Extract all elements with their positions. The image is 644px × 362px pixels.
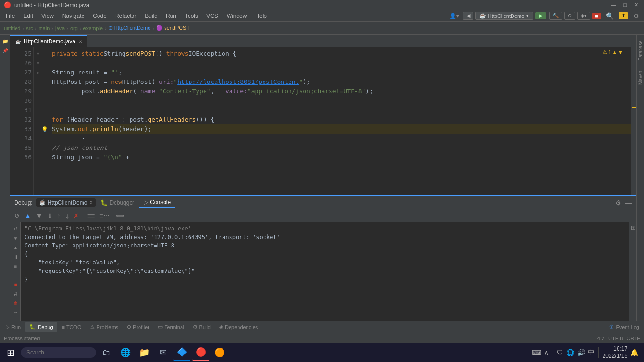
menu-build[interactable]: Build [141, 12, 161, 20]
menu-window[interactable]: Window [223, 12, 251, 20]
debug-step-out-button[interactable]: ⤵ [64, 211, 71, 221]
debug-stop-button[interactable]: ✗ [72, 211, 81, 221]
run-config-dropdown[interactable]: ☕ HttpClientDemo ▾ [475, 12, 534, 20]
menu-vcs[interactable]: VCS [203, 12, 222, 20]
breadcrumb-main[interactable]: main [39, 25, 50, 31]
layout-icon[interactable]: ⊞ [631, 224, 636, 231]
maven-panel-label[interactable]: Maven [637, 67, 644, 89]
menu-run[interactable]: Run [162, 12, 180, 20]
tray-chevron-icon[interactable]: ∧ [544, 349, 549, 356]
fold-32[interactable]: ▾ [34, 58, 41, 68]
tray-volume-icon[interactable]: 🔊 [577, 349, 585, 356]
cursor-position[interactable]: 4:2 [597, 336, 604, 341]
debug-print-icon[interactable]: 🖨 [11, 289, 20, 298]
close-button[interactable]: ✕ [632, 2, 640, 8]
debug-stop2-icon[interactable]: ■ [11, 280, 20, 288]
profile-button[interactable]: ◈▾ [577, 12, 590, 20]
menu-navigate[interactable]: Navigate [58, 12, 88, 20]
line-sep-indicator[interactable]: CRLF [627, 336, 640, 341]
menu-edit[interactable]: Edit [19, 12, 37, 20]
debug-tab-debugger[interactable]: 🐛 Debugger [96, 197, 139, 208]
debug-tab-console[interactable]: ▷ Console [139, 197, 175, 208]
bottom-tab-problems[interactable]: ⚠ Problems [86, 322, 122, 332]
bottom-tab-build[interactable]: ⚙ Build [189, 322, 215, 332]
warning-nav-up[interactable]: ▲ [612, 49, 617, 55]
menu-file[interactable]: File [2, 12, 18, 20]
debug-pause-button[interactable]: ▼ [34, 211, 44, 221]
taskbar-app-other[interactable]: 🟠 [211, 344, 228, 361]
taskbar-app-vscode[interactable]: 🔷 [173, 344, 190, 361]
tray-keyboard-icon[interactable]: ⌨ [532, 349, 541, 356]
database-panel-label[interactable]: Database [637, 37, 644, 65]
sidebar-bookmark-icon[interactable]: 📌 [1, 46, 9, 55]
editor-scrollbar[interactable] [631, 47, 636, 195]
fold-25[interactable]: ▾ [34, 49, 41, 58]
breadcrumb-src[interactable]: src [26, 25, 33, 31]
build-button[interactable]: 🔨 [549, 12, 562, 20]
bottom-tab-profiler[interactable]: ⊙ Profiler [123, 322, 153, 332]
debug-session-close[interactable]: ✕ [89, 200, 93, 205]
debug-frames-button[interactable]: ≡≡ [85, 211, 97, 221]
maximize-button[interactable]: □ [621, 2, 628, 8]
breadcrumb-example[interactable]: example [83, 25, 103, 31]
coverage-button[interactable]: ⊙ [564, 12, 575, 20]
debug-list-icon[interactable]: ≡ [11, 262, 20, 271]
tray-network-icon[interactable]: 🌐 [566, 349, 574, 356]
taskbar-search[interactable] [21, 347, 96, 358]
debug-soft-wraps-button[interactable]: ⟺ [116, 213, 124, 219]
taskbar-app-explorer[interactable]: 📁 [136, 344, 153, 361]
system-clock[interactable]: 16:17 2022/1/15 [603, 346, 627, 360]
bottom-tab-todo[interactable]: ≡ TODO [58, 322, 85, 332]
taskbar-app-task-view[interactable]: 🗂 [98, 344, 115, 361]
fold-34[interactable]: ▸ [34, 68, 41, 77]
search-button[interactable]: 🔍 [603, 12, 617, 20]
debug-watches-button[interactable]: ≡⋯ [98, 211, 112, 221]
debug-pause2-icon[interactable]: ⏸ [11, 253, 20, 261]
editor-tab-httpclientdemo[interactable]: ☕ HttpClientDemo.java ✕ [10, 35, 87, 47]
debug-down-icon[interactable]: ▼ [11, 234, 20, 242]
debug-session-tab[interactable]: ☕ HttpClientDemo ✕ [36, 198, 96, 207]
taskbar-app-intellij[interactable]: 🔴 [192, 344, 209, 361]
settings-button[interactable]: ⚙ [630, 12, 642, 20]
menu-code[interactable]: Code [89, 12, 110, 20]
code-editor[interactable]: private static String sendPOST() throws … [48, 47, 636, 195]
update-button[interactable]: ⬆ [619, 12, 628, 19]
tray-lang-icon[interactable]: 中 [588, 348, 594, 357]
debug-rerun-button[interactable]: ↺ [12, 211, 22, 221]
debug-step-over-button[interactable]: ⇓ [45, 211, 55, 221]
debug-highlight-icon[interactable]: ✏ [11, 308, 20, 317]
taskbar-app-chrome[interactable]: 🌐 [117, 344, 134, 361]
breadcrumb-class[interactable]: ⊙ HttpClientDemo [108, 25, 151, 31]
taskbar-app-mail[interactable]: ✉ [155, 344, 172, 361]
editor-warning-indicator[interactable]: ⚠ 1 ▲ ▼ [603, 49, 623, 55]
bottom-tab-dependencies[interactable]: ◈ Dependencies [215, 322, 262, 332]
minimize-button[interactable]: — [609, 2, 618, 8]
bottom-tab-debug[interactable]: 🐛 Debug [25, 322, 57, 332]
menu-view[interactable]: View [38, 12, 58, 20]
stop-button[interactable]: ■ [592, 13, 601, 19]
start-button[interactable]: ⊞ [2, 344, 19, 361]
breadcrumb-project[interactable]: untitled [4, 25, 20, 31]
sidebar-project-icon[interactable]: 📁 [1, 37, 9, 45]
debug-step-into-button[interactable]: ↑ [56, 211, 63, 221]
debug-restart-icon[interactable]: ↺ [11, 224, 20, 233]
tray-notification-icon[interactable]: 🔔 [630, 349, 638, 356]
run-button[interactable]: ▶ [535, 12, 546, 19]
menu-refactor[interactable]: Refactor [111, 12, 140, 20]
encoding-indicator[interactable]: UTF-8 [608, 336, 623, 341]
menu-tools[interactable]: Tools [181, 12, 202, 20]
breadcrumb-method[interactable]: 🟣 sendPOST [156, 25, 190, 31]
menu-help[interactable]: Help [251, 12, 271, 20]
bottom-tab-terminal[interactable]: ▭ Terminal [154, 322, 188, 332]
debug-delete-icon[interactable]: 🗑 [11, 299, 20, 307]
bottom-tab-run[interactable]: ▷ Run [2, 322, 25, 332]
breadcrumb-java[interactable]: java [55, 25, 65, 31]
tray-shield-icon[interactable]: 🛡 [557, 349, 563, 356]
debug-settings-button[interactable]: ⚙ [614, 198, 622, 207]
ann-33-warn[interactable]: 💡 [41, 124, 48, 134]
breadcrumb-org[interactable]: org [70, 25, 78, 31]
tab-close-icon[interactable]: ✕ [78, 39, 82, 44]
back-button[interactable]: ◀ [463, 12, 473, 20]
user-icon[interactable]: 👤▾ [449, 13, 459, 19]
debug-up-icon[interactable]: ▲ [11, 243, 20, 252]
